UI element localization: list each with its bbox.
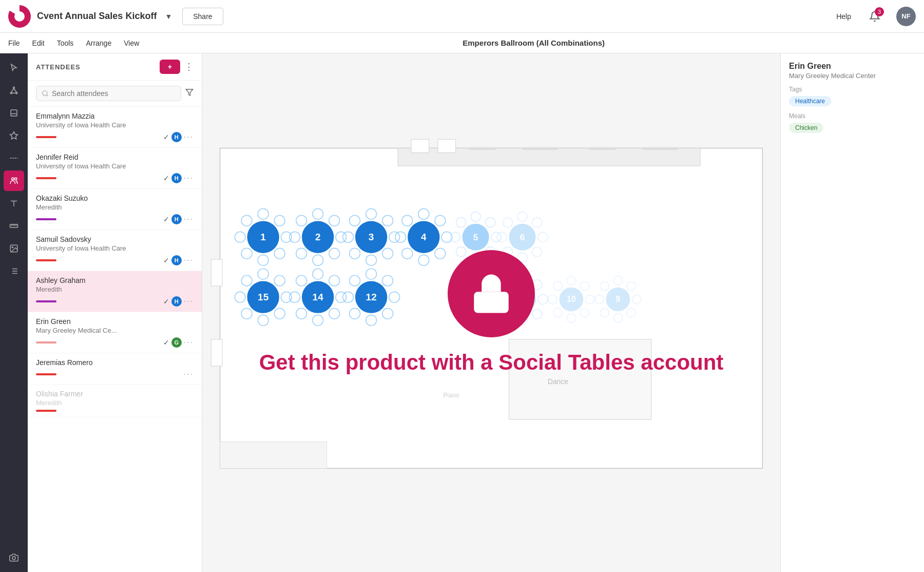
attendee-item[interactable]: Emmalynn Mazzia University of Iowa Healt… xyxy=(28,107,202,148)
chair-tool[interactable] xyxy=(4,103,24,123)
text-tool[interactable] xyxy=(4,193,24,214)
more-dots[interactable]: ··· xyxy=(184,174,194,183)
menu-file[interactable]: File xyxy=(8,39,20,47)
left-toolbar xyxy=(0,53,28,572)
menu-view[interactable]: View xyxy=(124,39,139,47)
attendee-name: Samuil Sadovsky xyxy=(36,235,194,243)
canvas-title: Emperors Ballroom (All Combinations) xyxy=(151,39,916,47)
people-tool[interactable] xyxy=(4,170,24,191)
floor-plan-svg: Dance Piano xyxy=(202,53,780,572)
badge-icon: G xyxy=(171,337,182,348)
svg-marker-29 xyxy=(186,89,192,96)
attendee-list: Emmalynn Mazzia University of Iowa Healt… xyxy=(28,107,202,572)
attendee-footer: ✓ H ··· xyxy=(36,173,194,183)
svg-rect-30 xyxy=(220,148,763,469)
search-input[interactable] xyxy=(52,89,176,98)
meal-chip[interactable]: Chicken xyxy=(789,123,823,133)
network-tool[interactable] xyxy=(4,80,24,101)
check-icon: ✓ xyxy=(163,256,169,264)
attendee-org: University of Iowa Health Care xyxy=(36,244,194,252)
attendee-item[interactable]: Samuil Sadovsky University of Iowa Healt… xyxy=(28,230,202,271)
svg-point-0 xyxy=(13,87,15,88)
share-button[interactable]: Share xyxy=(182,8,223,25)
svg-point-10 xyxy=(15,178,17,180)
panel-tags-label: Tags xyxy=(789,86,916,93)
tag-chip[interactable]: Healthcare xyxy=(789,96,831,106)
menu-bar: File Edit Tools Arrange View Emperors Ba… xyxy=(0,33,924,53)
svg-point-27 xyxy=(43,91,47,96)
menu-edit[interactable]: Edit xyxy=(32,39,45,47)
top-nav: Cvent Annual Sales Kickoff ▼ Share Help … xyxy=(0,0,924,33)
attendee-icons: ··· xyxy=(184,370,194,379)
attendee-item[interactable]: Jeremias Romero ··· xyxy=(28,353,202,385)
search-input-wrap xyxy=(36,86,181,101)
title-dropdown-icon[interactable]: ▼ xyxy=(165,12,172,21)
attendee-item[interactable]: Jennifer Reid University of Iowa Health … xyxy=(28,148,202,189)
more-dots[interactable]: ··· xyxy=(184,338,194,347)
attendee-icons: ✓ G ··· xyxy=(163,337,194,348)
more-dots[interactable]: ··· xyxy=(184,370,194,379)
attendee-item[interactable]: Okazaki Suzuko Meredith ✓ H ··· xyxy=(28,189,202,230)
svg-rect-38 xyxy=(211,259,222,286)
menu-tools[interactable]: Tools xyxy=(57,39,74,47)
panel-meals-label: Meals xyxy=(789,112,916,120)
sidebar-more-button[interactable]: ⋮ xyxy=(184,61,194,72)
status-bar xyxy=(36,177,56,179)
attendee-footer xyxy=(36,410,194,412)
svg-rect-37 xyxy=(642,147,678,150)
add-attendee-button[interactable]: + xyxy=(160,60,180,74)
svg-rect-32 xyxy=(411,139,429,152)
attendee-item[interactable]: Ashley Graham Meredith ✓ H ··· xyxy=(28,271,202,312)
attendee-icons: ✓ H ··· xyxy=(163,214,194,224)
more-dots[interactable]: ··· xyxy=(184,256,194,265)
svg-point-9 xyxy=(12,178,14,180)
attendee-name: Okazaki Suzuko xyxy=(36,194,194,202)
attendee-footer: ✓ H ··· xyxy=(36,255,194,265)
help-link[interactable]: Help xyxy=(836,12,851,21)
svg-rect-36 xyxy=(589,147,616,150)
svg-rect-34 xyxy=(469,147,496,150)
svg-marker-7 xyxy=(10,132,18,139)
badge-icon: H xyxy=(171,214,182,224)
attendee-org: Meredith xyxy=(36,285,194,293)
panel-attendee-org: Mary Greeley Medical Center xyxy=(789,72,916,80)
attendee-org: Meredith xyxy=(36,203,194,211)
camera-tool[interactable] xyxy=(4,547,24,568)
attendee-name: Emmalynn Mazzia xyxy=(36,112,194,120)
more-dots[interactable]: ··· xyxy=(184,215,194,224)
attendee-item[interactable]: Erin Green Mary Greeley Medical Ce... ✓ … xyxy=(28,312,202,353)
search-bar xyxy=(28,81,202,107)
attendee-name: Jeremias Romero xyxy=(36,358,194,367)
list-tool[interactable] xyxy=(4,261,24,281)
attendee-icons: ✓ H ··· xyxy=(163,255,194,265)
more-dots[interactable]: ··· xyxy=(184,297,194,306)
right-panel: Erin Green Mary Greeley Medical Center T… xyxy=(780,53,924,572)
badge-icon: H xyxy=(171,173,182,183)
menu-arrange[interactable]: Arrange xyxy=(86,39,111,47)
svg-rect-40 xyxy=(509,339,651,420)
attendee-item[interactable]: Olishia Farmer Meredith xyxy=(28,385,202,417)
image-tool[interactable] xyxy=(4,238,24,259)
more-dots[interactable]: ··· xyxy=(184,132,194,142)
badge-icon: H xyxy=(171,296,182,307)
svg-line-28 xyxy=(47,95,48,97)
app-logo[interactable] xyxy=(8,5,31,28)
user-avatar[interactable]: NF xyxy=(896,7,916,26)
canvas-area[interactable]: Dance Piano 1 xyxy=(202,53,780,572)
attendee-name: Olishia Farmer xyxy=(36,390,194,398)
filter-button[interactable] xyxy=(185,88,194,99)
attendee-footer: ✓ G ··· xyxy=(36,337,194,348)
star-tool[interactable] xyxy=(4,125,24,146)
ruler-tool[interactable] xyxy=(4,216,24,236)
attendee-icons: ✓ H ··· xyxy=(163,173,194,183)
panel-attendee-name: Erin Green xyxy=(789,62,916,71)
svg-rect-33 xyxy=(438,139,456,152)
notifications-button[interactable]: 3 xyxy=(865,7,884,26)
dashed-tool[interactable] xyxy=(4,148,24,168)
svg-rect-39 xyxy=(211,339,222,366)
cursor-tool[interactable] xyxy=(4,58,24,78)
check-icon: ✓ xyxy=(163,174,169,182)
attendee-footer: ··· xyxy=(36,370,194,379)
main-layout: ATTENDEES + ⋮ Emmalynn Mazzia University… xyxy=(0,53,924,572)
status-bar xyxy=(36,136,56,138)
